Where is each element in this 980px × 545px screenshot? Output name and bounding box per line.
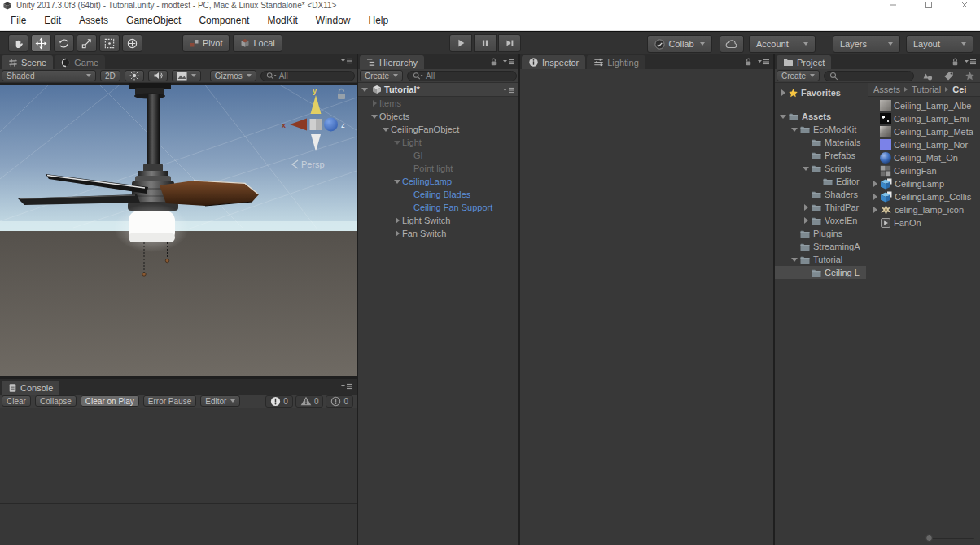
console-log-area[interactable] [0, 408, 357, 545]
layers-dropdown[interactable]: Layers [833, 35, 900, 53]
hierarchy-item-point-light[interactable]: Point light [358, 162, 518, 175]
project-file-ceiling-lamp-emi[interactable]: Ceiling_Lamp_Emi [868, 112, 980, 125]
hierarchy-item-fan-switch[interactable]: Fan Switch [358, 227, 518, 240]
search-by-type-icon[interactable] [918, 69, 936, 82]
scene-asset-header[interactable]: Tutorial* [358, 83, 518, 97]
expander-arrow[interactable] [801, 204, 811, 211]
project-folder-materials[interactable]: Materials [775, 136, 866, 149]
expander-arrow[interactable] [778, 115, 788, 119]
tab-console[interactable]: Console [2, 381, 59, 395]
project-folder-voxelen[interactable]: VoxelEn [775, 214, 866, 227]
tool-move-button[interactable] [31, 34, 51, 52]
expander-arrow[interactable] [870, 207, 880, 213]
breadcrumb-segment-cei[interactable]: Cei [952, 85, 966, 94]
expander-arrow[interactable] [370, 100, 379, 107]
console-collapse-button[interactable]: Collapse [35, 395, 77, 407]
project-folder-favorites[interactable]: Favorites [775, 86, 866, 99]
menu-item-gameobject[interactable]: GameObject [117, 11, 190, 30]
hierarchy-item-gi[interactable]: GI [358, 149, 518, 162]
project-folder-streaminga[interactable]: StreamingA [775, 240, 866, 253]
expander-arrow[interactable] [790, 258, 799, 262]
hierarchy-item-light[interactable]: Light [358, 136, 518, 149]
slider-knob[interactable] [925, 534, 933, 542]
project-search-input[interactable] [824, 71, 914, 81]
scene-effects-dropdown[interactable] [172, 70, 201, 81]
expander-arrow[interactable] [381, 128, 391, 132]
account-dropdown[interactable]: Account [749, 35, 816, 53]
menu-item-help[interactable]: Help [360, 11, 398, 30]
panel-menu-icon[interactable] [341, 382, 353, 390]
menu-item-edit[interactable]: Edit [35, 11, 70, 30]
console-error-toggle[interactable]: 0 [265, 395, 293, 408]
project-file-ceiling-lamp-nor[interactable]: Ceiling_Lamp_Nor [868, 138, 980, 151]
favorites-star-icon[interactable] [961, 69, 978, 82]
menu-item-assets[interactable]: Assets [70, 11, 117, 30]
lock-icon[interactable] [951, 57, 960, 67]
collab-dropdown[interactable]: Collab [647, 35, 712, 53]
menu-item-file[interactable]: File [2, 11, 35, 30]
expander-arrow[interactable] [801, 167, 811, 171]
expander-arrow[interactable] [392, 230, 402, 237]
scene-viewport[interactable]: y x z Persp [0, 83, 357, 376]
tab-hierarchy[interactable]: Hierarchy [360, 55, 424, 69]
gizmo-z-axis[interactable] [324, 118, 338, 132]
thumbnail-size-slider[interactable] [868, 532, 980, 545]
project-file-ceiling-lamp-meta[interactable]: Ceiling_Lamp_Meta [868, 125, 980, 138]
panel-menu-icon[interactable] [965, 58, 977, 66]
pause-button[interactable] [474, 34, 497, 52]
tool-rotate-button[interactable] [54, 34, 74, 52]
project-folder-shaders[interactable]: Shaders [775, 188, 866, 201]
tab-lighting[interactable]: Lighting [587, 55, 645, 69]
maximize-button[interactable] [921, 0, 936, 10]
project-folder-plugins[interactable]: Plugins [775, 227, 866, 240]
project-file-fanon[interactable]: FanOn [868, 216, 980, 229]
expander-arrow[interactable] [392, 141, 402, 145]
expander-arrow[interactable] [778, 89, 788, 96]
expander-arrow[interactable] [361, 88, 368, 92]
tool-hand-button[interactable] [8, 34, 28, 52]
project-file-ceilingfan[interactable]: CeilingFan [868, 164, 980, 177]
menu-item-component[interactable]: Component [190, 11, 258, 30]
project-file-ceiling-lamp-albe[interactable]: Ceiling_Lamp_Albe [868, 99, 980, 112]
project-file-celing-lamp-icon[interactable]: celing_lamp_icon [868, 203, 980, 216]
step-button[interactable] [498, 34, 521, 52]
breadcrumb-segment-tutorial[interactable]: Tutorial [912, 85, 941, 94]
expander-arrow[interactable] [790, 128, 799, 132]
console-editor-button[interactable]: Editor [200, 395, 240, 407]
menu-item-window[interactable]: Window [307, 11, 360, 30]
expander-arrow[interactable] [801, 217, 811, 224]
project-folder-thirdpar[interactable]: ThirdPar [775, 201, 866, 214]
menu-item-modkit[interactable]: ModKit [258, 11, 306, 30]
tab-inspector[interactable]: Inspector [522, 55, 585, 69]
pivot-toggle-button[interactable]: Pivot [182, 34, 230, 52]
project-folder-assets[interactable]: Assets [775, 110, 866, 123]
hierarchy-create-dropdown[interactable]: Create [360, 70, 403, 81]
tool-scale-button[interactable] [77, 34, 97, 52]
hierarchy-item-objects[interactable]: Objects [358, 110, 518, 123]
hierarchy-item-items[interactable]: Items [358, 97, 518, 110]
project-file-ceiling-mat-on[interactable]: Ceiling_Mat_On [868, 151, 980, 164]
expander-arrow[interactable] [392, 180, 402, 184]
tool-rect-button[interactable] [99, 34, 120, 52]
project-folder-ecomodkit[interactable]: EcoModKit [775, 123, 866, 136]
hierarchy-item-ceilinglamp[interactable]: CeilingLamp [358, 175, 518, 188]
2d-toggle-button[interactable]: 2D [100, 70, 120, 81]
panel-menu-icon[interactable] [503, 86, 515, 94]
scene-lighting-toggle[interactable] [125, 70, 144, 81]
scene-audio-toggle[interactable] [148, 70, 168, 81]
panel-menu-icon[interactable] [341, 57, 353, 65]
shading-mode-dropdown[interactable]: Shaded [2, 70, 96, 81]
project-create-dropdown[interactable]: Create [777, 70, 820, 81]
console-clear-button[interactable]: Clear [2, 395, 31, 407]
close-button[interactable] [957, 0, 972, 10]
lock-icon[interactable] [489, 57, 498, 67]
gizmos-dropdown[interactable]: Gizmos [210, 70, 256, 81]
play-button[interactable] [449, 34, 472, 52]
console-error-pause-button[interactable]: Error Pause [143, 395, 196, 407]
hierarchy-item-light-switch[interactable]: Light Switch [358, 214, 518, 227]
tab-project[interactable]: Project [777, 55, 831, 69]
project-folder-ceiling-l[interactable]: Ceiling L [775, 266, 866, 279]
panel-menu-icon[interactable] [503, 58, 515, 66]
panel-menu-icon[interactable] [758, 58, 770, 66]
scene-search-input[interactable]: All [260, 71, 355, 81]
